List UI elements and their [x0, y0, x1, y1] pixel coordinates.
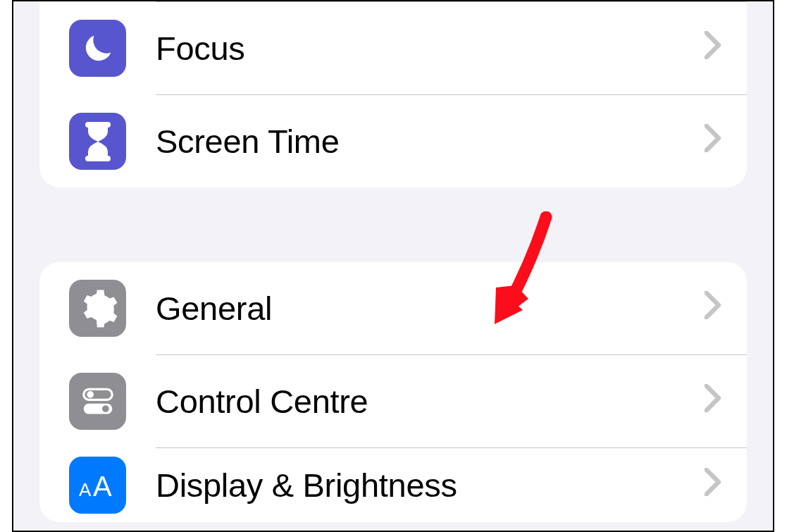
settings-row-general[interactable]: General [39, 262, 747, 354]
text-size-icon: A A [69, 457, 126, 514]
svg-point-5 [101, 405, 108, 412]
settings-group-2: General Control Centre [39, 262, 747, 522]
chevron-right-icon [705, 291, 721, 326]
moon-icon [69, 20, 126, 77]
row-label: Focus [156, 29, 245, 68]
row-label: General [156, 289, 272, 328]
svg-text:A: A [93, 471, 112, 502]
settings-row-focus[interactable]: Focus [39, 2, 747, 94]
chevron-right-icon [705, 468, 721, 503]
chevron-right-icon [705, 384, 721, 419]
settings-screen: Focus Screen Time [13, 1, 773, 531]
row-label: Control Centre [156, 382, 368, 421]
hourglass-icon [69, 113, 126, 170]
row-label: Display & Brightness [156, 466, 457, 505]
chevron-right-icon [705, 124, 721, 159]
settings-row-screen-time[interactable]: Screen Time [39, 95, 747, 187]
chevron-right-icon [705, 31, 721, 66]
svg-rect-1 [85, 156, 111, 161]
gear-icon [69, 280, 126, 337]
settings-row-display-brightness[interactable]: A A Display & Brightness [39, 448, 747, 522]
settings-group-1: Focus Screen Time [39, 1, 747, 187]
svg-point-3 [87, 391, 94, 398]
row-label: Screen Time [156, 122, 340, 161]
svg-text:A: A [79, 479, 92, 500]
settings-row-control-centre[interactable]: Control Centre [39, 355, 747, 447]
toggles-icon [69, 373, 126, 430]
svg-rect-0 [85, 122, 111, 128]
